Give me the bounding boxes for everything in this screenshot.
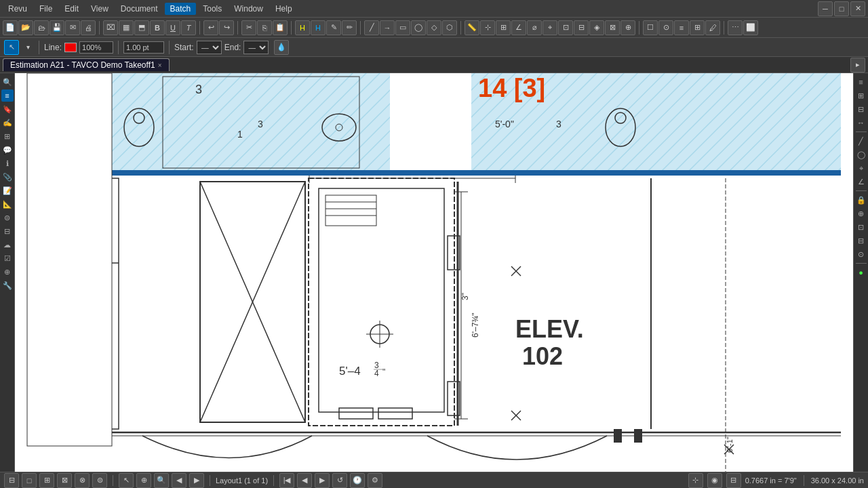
rotate-button[interactable]: ↺: [332, 473, 347, 488]
cursor-button[interactable]: ↖: [119, 473, 134, 488]
studio-icon[interactable]: ☁: [1, 239, 14, 251]
checklist-icon[interactable]: ☑: [1, 252, 14, 264]
search-icon[interactable]: 🔍: [1, 76, 14, 88]
measure2-button[interactable]: ⊹: [480, 20, 495, 35]
bookmarks-icon[interactable]: 🔖: [1, 103, 14, 115]
paste-button[interactable]: 📋: [273, 20, 288, 35]
clock-button[interactable]: 🕐: [350, 473, 365, 488]
copy-button[interactable]: ⎘: [257, 20, 272, 35]
measure7-button[interactable]: ⊡: [558, 20, 573, 35]
sets-icon[interactable]: ⊟: [1, 225, 14, 237]
right-measure2[interactable]: ◯: [855, 148, 867, 161]
annotations-icon[interactable]: 💬: [1, 144, 14, 156]
start-select[interactable]: —: [197, 41, 222, 54]
measure1-button[interactable]: 📏: [465, 20, 479, 35]
menu-view[interactable]: View: [85, 3, 114, 15]
status-layout2[interactable]: □: [22, 473, 37, 488]
measure9-button[interactable]: ◈: [589, 20, 604, 35]
pointer-dropdown[interactable]: ▾: [22, 41, 34, 54]
highlight1-button[interactable]: H: [295, 20, 310, 35]
shape2-button[interactable]: ◯: [411, 20, 426, 35]
right-color1[interactable]: ●: [855, 266, 867, 279]
shape3-button[interactable]: ◇: [427, 20, 441, 35]
zoom-input[interactable]: [79, 41, 113, 54]
right-measure1[interactable]: ╱: [855, 135, 867, 147]
markups-icon[interactable]: 📝: [1, 184, 14, 197]
menu-batch[interactable]: Batch: [165, 3, 197, 15]
shape4-button[interactable]: ⬡: [442, 20, 457, 35]
minimize-button[interactable]: ─: [818, 1, 833, 16]
measure5-button[interactable]: ⌀: [527, 20, 542, 35]
undo-button[interactable]: ↩: [203, 20, 218, 35]
settings-button[interactable]: ⚙: [368, 473, 382, 488]
measure10-button[interactable]: ⊠: [605, 20, 620, 35]
properties-icon[interactable]: ℹ: [1, 157, 14, 169]
crop-button[interactable]: ⌧: [103, 20, 118, 35]
measure6-button[interactable]: ⌖: [542, 20, 557, 35]
more2-button[interactable]: ⬜: [743, 20, 758, 35]
zoom-fit-button[interactable]: ⊕: [136, 473, 151, 488]
right-panel4[interactable]: ↔: [855, 117, 867, 129]
menu-tools[interactable]: Tools: [197, 3, 227, 15]
status-compare[interactable]: ⊜: [92, 473, 107, 488]
status-layout4[interactable]: ⊠: [57, 473, 72, 488]
measure8-button[interactable]: ⊟: [574, 20, 589, 35]
quantity-icon[interactable]: ⊕: [1, 266, 14, 278]
shape1-button[interactable]: ▭: [395, 20, 410, 35]
menu-file[interactable]: File: [34, 3, 58, 15]
scale-icon[interactable]: ⊟: [726, 473, 741, 488]
right-panel1[interactable]: ≡: [855, 76, 867, 88]
form2-button[interactable]: ⊙: [658, 20, 673, 35]
form1-button[interactable]: ☐: [643, 20, 658, 35]
right-snap4[interactable]: ⊟: [855, 235, 867, 247]
measure3-button[interactable]: ⊞: [496, 20, 511, 35]
print-button[interactable]: 🖨: [81, 20, 96, 35]
menu-document[interactable]: Document: [115, 3, 163, 15]
close-button[interactable]: ✕: [850, 1, 865, 16]
status-layout3[interactable]: ⊞: [39, 473, 54, 488]
signatures-icon[interactable]: ✍: [1, 117, 14, 129]
open-folder-button[interactable]: 🗁: [34, 20, 49, 35]
cut-button[interactable]: ✂: [241, 20, 256, 35]
email-button[interactable]: ✉: [65, 20, 80, 35]
line-weight-input[interactable]: [123, 41, 164, 54]
highlight2-button[interactable]: H: [311, 20, 326, 35]
tool-chest-icon[interactable]: 🔧: [1, 279, 14, 291]
measurements-icon[interactable]: 📐: [1, 198, 14, 210]
eyedropper-button[interactable]: 💧: [274, 40, 289, 55]
nav-page-next[interactable]: ▶: [315, 473, 330, 488]
right-snap2[interactable]: ⊕: [855, 207, 867, 220]
measure4-button[interactable]: ∠: [511, 20, 526, 35]
canvas-area[interactable]: 14 [3] 5'-0" 3 1 3 3: [15, 73, 853, 472]
measure11-button[interactable]: ⊕: [620, 20, 635, 35]
status-layout1[interactable]: ⊟: [4, 473, 19, 488]
more1-button[interactable]: ⋯: [728, 20, 743, 35]
content-button[interactable]: ▦: [119, 20, 134, 35]
pen1-button[interactable]: ✎: [326, 20, 341, 35]
form3-button[interactable]: ≡: [674, 20, 689, 35]
right-measure4[interactable]: ∠: [855, 176, 867, 188]
nav-next-button[interactable]: ▶: [189, 473, 204, 488]
right-panel3[interactable]: ⊟: [855, 103, 867, 115]
underline-button[interactable]: U: [165, 20, 180, 35]
nav-first-button[interactable]: |◀: [279, 473, 294, 488]
right-measure3[interactable]: ⌖: [855, 162, 867, 174]
form5-button[interactable]: 🖊: [705, 20, 720, 35]
stamp-button[interactable]: ⬒: [134, 20, 149, 35]
tab-close-button[interactable]: ×: [158, 62, 162, 69]
document-tab[interactable]: Estimation A21 - TAVCO Demo Takeoff1 ×: [3, 58, 170, 71]
right-snap3[interactable]: ⊡: [855, 221, 867, 233]
arrow-button[interactable]: →: [380, 20, 395, 35]
right-panel2[interactable]: ⊞: [855, 89, 867, 102]
menu-window[interactable]: Window: [229, 3, 269, 15]
thumbnails-icon[interactable]: ⊞: [1, 130, 14, 142]
new-button[interactable]: 📄: [3, 20, 18, 35]
open-button[interactable]: 📂: [18, 20, 33, 35]
right-snap5[interactable]: ⊙: [855, 248, 867, 260]
right-snap1[interactable]: 🔒: [855, 194, 867, 206]
status-overlay[interactable]: ⊗: [75, 473, 90, 488]
layers-icon[interactable]: ≡: [1, 89, 14, 102]
zoom-in-button[interactable]: 🔍: [154, 473, 169, 488]
menu-revu[interactable]: Revu: [3, 3, 33, 15]
redo-button[interactable]: ↪: [219, 20, 234, 35]
